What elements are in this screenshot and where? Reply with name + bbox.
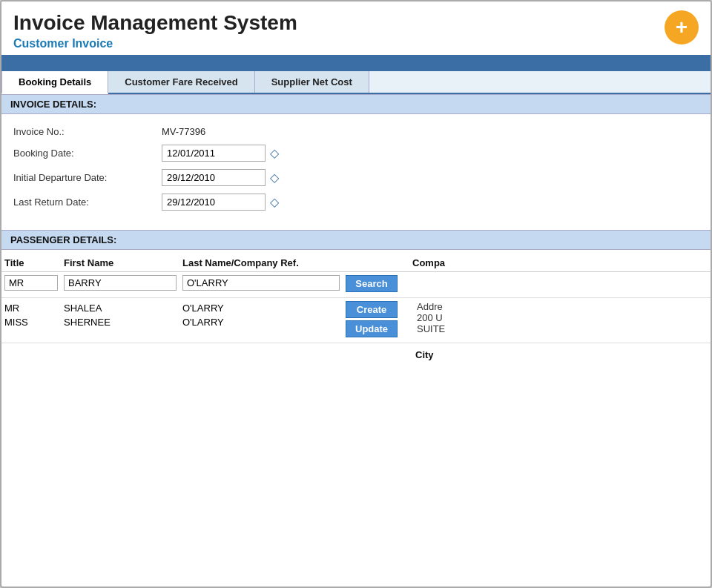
passenger-1-title-input[interactable] (4, 275, 58, 291)
invoice-details-body: Invoice No.: MV-77396 Booking Date: ◇ In… (1, 114, 711, 224)
passenger-2-firstname-1: SHALEA (64, 301, 177, 315)
passenger-details-header: PASSENGER DETAILS: (1, 230, 711, 250)
passenger-2-title-mr: MR (4, 301, 58, 315)
departure-date-row: Initial Departure Date: ◇ (13, 169, 699, 186)
passenger-1-company-cell (409, 271, 711, 297)
return-date-input[interactable] (162, 194, 266, 211)
booking-date-row: Booking Date: ◇ (13, 145, 699, 162)
passenger-2-firstname-2: SHERNEE (64, 315, 177, 329)
return-date-row: Last Return Date: ◇ (13, 194, 699, 211)
address-line-3: SUITE (412, 323, 708, 334)
passenger-1-firstname-cell (61, 271, 179, 297)
app-window: Invoice Management System Customer Invoi… (0, 0, 712, 588)
passenger-1-lastname-cell (179, 271, 343, 297)
header: Invoice Management System Customer Invoi… (1, 1, 711, 55)
invoice-no-value: MV-77396 (162, 126, 205, 137)
page-subtitle: Customer Invoice (13, 37, 699, 50)
return-date-input-group: ◇ (162, 194, 279, 211)
passenger-1-actions-cell: Search (343, 271, 409, 297)
passenger-1-lastname-input[interactable] (182, 275, 340, 291)
passenger-3-lastname-cell (179, 343, 343, 380)
passenger-3-title-cell (1, 343, 61, 380)
passenger-3-company-cell: City (409, 343, 711, 380)
city-label: City (412, 346, 708, 362)
passenger-3-actions-cell (343, 343, 409, 380)
invoice-no-row: Invoice No.: MV-77396 (13, 126, 699, 137)
passenger-2-lastname-cell: O'LARRY O'LARRY (179, 297, 343, 343)
address-line-2: 200 U (412, 312, 708, 323)
passenger-2-title-miss: MISS (4, 315, 58, 329)
tab-customer-fare[interactable]: Customer Fare Received (108, 71, 254, 93)
add-button[interactable]: + (665, 10, 699, 44)
booking-date-input-group: ◇ (162, 145, 279, 162)
passenger-2-company-cell: Addre 200 U SUITE (409, 297, 711, 343)
tab-supplier-net-cost[interactable]: Supplier Net Cost (255, 71, 369, 93)
update-button[interactable]: Update (346, 320, 398, 337)
col-header-lastname: Last Name/Company Ref. (179, 253, 343, 272)
col-header-actions (343, 253, 409, 272)
passenger-2-title-cell: MR MISS (1, 297, 61, 343)
return-date-label: Last Return Date: (13, 196, 162, 208)
passenger-row-1: Search (1, 271, 711, 297)
invoice-details-header: INVOICE DETAILS: (1, 94, 711, 114)
booking-date-calendar-icon[interactable]: ◇ (270, 146, 279, 160)
col-header-company: Compa (409, 253, 711, 272)
booking-date-label: Booking Date: (13, 148, 162, 159)
passenger-2-firstname-cell: SHALEA SHERNEE (61, 297, 179, 343)
booking-date-input[interactable] (162, 145, 266, 162)
blue-divider (1, 55, 711, 71)
passenger-1-title-cell (1, 271, 61, 297)
passenger-2-lastname-1: O'LARRY (182, 301, 340, 315)
passenger-2-actions-cell: Create Update (343, 297, 409, 343)
create-button[interactable]: Create (346, 301, 398, 318)
passenger-3-firstname-cell (61, 343, 179, 380)
passenger-row-3: City (1, 343, 711, 380)
passenger-row-2: MR MISS SHALEA SHERNEE O'LARRY O'LARRY C… (1, 297, 711, 343)
passenger-table-header-row: Title First Name Last Name/Company Ref. … (1, 253, 711, 272)
address-line-1: Addre (412, 301, 708, 312)
col-header-title: Title (1, 253, 61, 272)
tabs-row: Booking Details Customer Fare Received S… (1, 71, 711, 94)
invoice-no-label: Invoice No.: (13, 126, 162, 137)
return-date-calendar-icon[interactable]: ◇ (270, 195, 279, 209)
tab-booking-details[interactable]: Booking Details (1, 71, 108, 94)
departure-date-label: Initial Departure Date: (13, 172, 162, 183)
passenger-2-lastname-2: O'LARRY (182, 315, 340, 329)
departure-date-input[interactable] (162, 169, 266, 186)
col-header-firstname: First Name (61, 253, 179, 272)
passenger-1-firstname-input[interactable] (64, 275, 177, 291)
departure-date-calendar-icon[interactable]: ◇ (270, 171, 279, 185)
passenger-table: Title First Name Last Name/Company Ref. … (1, 253, 711, 380)
search-button[interactable]: Search (346, 275, 398, 292)
departure-date-input-group: ◇ (162, 169, 279, 186)
app-title: Invoice Management System (13, 10, 699, 36)
